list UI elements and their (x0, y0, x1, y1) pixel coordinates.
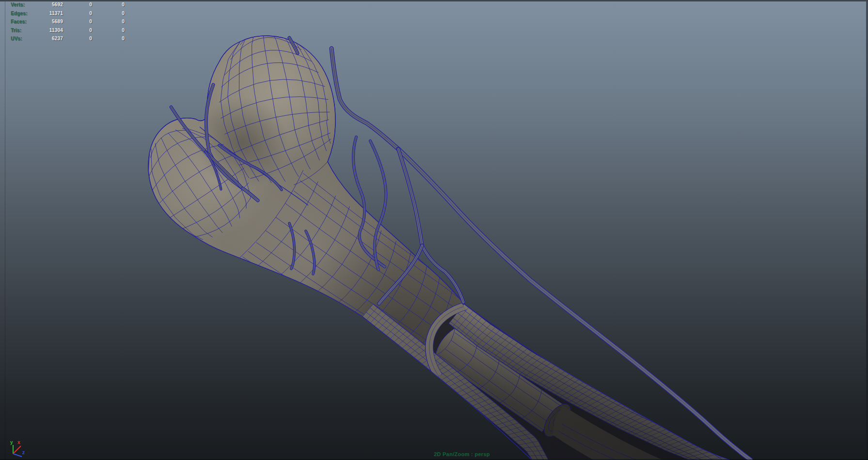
hud-row-count2: 0 (63, 19, 92, 24)
hud-row: Tris:1130400 (11, 26, 125, 35)
viewport-left-border (5, 1, 5, 460)
hud-row-value: 11304 (41, 28, 63, 33)
viewport-right-border (866, 0, 868, 460)
axis-z-label: z (22, 450, 25, 455)
axis-x-label: x (17, 440, 20, 445)
hud-row-label: Verts: (11, 2, 41, 7)
hud-row-count2: 0 (63, 36, 92, 41)
hud-row-count3: 0 (92, 36, 125, 41)
poly-count-hud: Verts:569200Edges:1137100Faces:568900Tri… (11, 0, 125, 43)
hud-row: Edges:1137100 (11, 9, 125, 18)
maya-viewport-window: { "hud": { "rows": [ {"label":"Verts:","… (0, 0, 868, 460)
hud-row-value: 11371 (41, 11, 63, 16)
hud-row-count3: 0 (92, 2, 125, 7)
view-axis-gizmo: yxz (10, 440, 25, 457)
hud-row-count2: 0 (63, 11, 92, 16)
hud-row-value: 6237 (41, 36, 63, 41)
hud-row-count3: 0 (92, 28, 125, 33)
hud-row-count2: 0 (63, 28, 92, 33)
hud-row: Faces:568900 (11, 17, 125, 26)
hud-row-value: 5689 (41, 19, 63, 24)
hud-row: UVs:623700 (11, 34, 125, 43)
hud-row: Verts:569200 (11, 0, 125, 9)
axis-y-label: y (10, 440, 13, 445)
hud-row-count3: 0 (92, 11, 125, 16)
hud-row-count2: 0 (63, 2, 92, 7)
hud-row-label: Tris: (11, 28, 41, 33)
bone-model (148, 19, 868, 460)
pan-zoom-status: 2D Pan/Zoom : persp (401, 451, 522, 457)
hud-row-label: Edges: (11, 11, 41, 16)
hud-row-count3: 0 (92, 19, 125, 24)
hud-row-label: Faces: (11, 19, 41, 24)
viewport-top-border (0, 0, 868, 1)
hud-row-label: UVs: (11, 36, 41, 41)
viewport-3d[interactable]: yxz (0, 0, 868, 460)
hud-row-value: 5692 (41, 2, 63, 7)
